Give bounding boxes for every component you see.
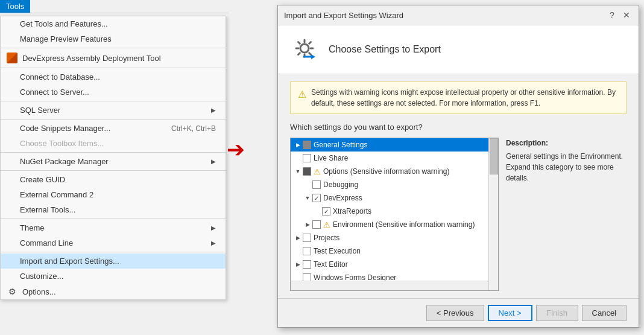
menu-item-customize[interactable]: Customize... xyxy=(1,269,226,284)
submenu-arrow-icon: ▶ xyxy=(211,240,216,246)
checkbox-icon[interactable] xyxy=(312,180,321,189)
menu-divider-7 xyxy=(1,219,226,219)
menu-item-external-command[interactable]: External Command 2 xyxy=(1,187,226,202)
tree-label: Debugging xyxy=(323,180,358,189)
tree-label: Projects xyxy=(314,234,339,242)
expand-icon xyxy=(293,246,303,256)
tree-label: Live Share xyxy=(314,154,348,162)
expand-icon: ▶ xyxy=(293,140,303,150)
dialog-header: Choose Settings to Export xyxy=(278,25,639,74)
dialog-title: Import and Export Settings Wizard xyxy=(284,11,403,20)
menu-item-label: SQL Server xyxy=(20,106,211,115)
warning-box: ⚠ Settings with warning icons might expo… xyxy=(290,81,627,114)
checkbox-icon[interactable] xyxy=(303,247,311,255)
menu-item-label: Connect to Database... xyxy=(20,72,216,81)
menu-item-nuget[interactable]: NuGet Package Manager ▶ xyxy=(1,154,226,169)
tree-vertical-scrollbar[interactable] xyxy=(488,138,498,290)
checkbox-icon[interactable]: ✓ xyxy=(322,207,330,215)
menu-item-get-tools[interactable]: Get Tools and Features... xyxy=(1,16,226,31)
menu-item-create-guid[interactable]: Create GUID xyxy=(1,172,226,187)
warning-small-icon: ⚠ xyxy=(323,220,330,229)
expand-icon xyxy=(293,153,303,163)
tree-horizontal-scrollbar[interactable] xyxy=(291,281,488,290)
menu-item-label: Create GUID xyxy=(20,175,216,184)
expand-icon: ▼ xyxy=(303,193,312,203)
import-export-dialog: Import and Export Settings Wizard ? ✕ Ch… xyxy=(277,5,639,328)
tree-item-devexpress[interactable]: ▼ ✓ DevExpress xyxy=(291,191,488,205)
next-button[interactable]: Next > xyxy=(488,305,532,321)
tree-item-general-settings[interactable]: ▶ General Settings xyxy=(291,138,488,152)
menu-item-devexpress[interactable]: DevExpress Assembly Deployment Tool xyxy=(1,49,226,66)
tree-label: Environment (Sensitive information warni… xyxy=(333,220,475,229)
cancel-button[interactable]: Cancel xyxy=(582,305,627,321)
tree-label: DevExpress xyxy=(323,194,362,202)
expand-icon: ▼ xyxy=(293,167,303,176)
checkbox-icon[interactable] xyxy=(303,260,311,269)
tree-label: XtraReports xyxy=(333,207,371,215)
tree-label: Options (Sensitive information warning) xyxy=(323,167,449,176)
checkbox-icon[interactable] xyxy=(303,154,311,162)
tree-label: Text Editor xyxy=(314,260,348,269)
menu-item-code-snippets[interactable]: Code Snippets Manager... Ctrl+K, Ctrl+B xyxy=(1,121,226,136)
menu-item-label: DevExpress Assembly Deployment Tool xyxy=(22,54,216,63)
menu-item-manage-preview[interactable]: Manage Preview Features xyxy=(1,31,226,46)
close-button[interactable]: ✕ xyxy=(620,9,633,21)
menu-item-connect-db[interactable]: Connect to Database... xyxy=(1,69,226,85)
submenu-arrow-icon: ▶ xyxy=(211,107,216,113)
expand-icon: ▶ xyxy=(293,233,303,243)
menu-item-options[interactable]: ⚙ Options... xyxy=(1,284,226,299)
checkbox-icon[interactable] xyxy=(303,141,311,149)
tree-item-projects[interactable]: ▶ Projects xyxy=(291,231,488,244)
finish-button: Finish xyxy=(536,305,578,321)
tree-item-live-share[interactable]: Live Share xyxy=(291,152,488,165)
menu-item-theme[interactable]: Theme ▶ xyxy=(1,220,226,235)
dialog-footer: < Previous Next > Finish Cancel xyxy=(278,298,639,327)
tree-item-xtrareports[interactable]: ✓ XtraReports xyxy=(291,205,488,218)
dialog-body: ⚠ Settings with warning icons might expo… xyxy=(278,74,639,298)
menubar: Tools xyxy=(0,0,229,13)
description-text: General settings in the Environment. Exp… xyxy=(506,151,627,183)
menu-item-label: External Command 2 xyxy=(20,190,216,199)
menu-item-import-export[interactable]: Import and Export Settings... xyxy=(1,254,226,269)
expand-icon: ▶ xyxy=(293,260,303,269)
checkbox-icon[interactable] xyxy=(303,234,311,242)
tree-item-test-execution[interactable]: Test Execution xyxy=(291,244,488,258)
tree-item-debugging[interactable]: Debugging xyxy=(291,178,488,191)
devexpress-icon xyxy=(5,53,19,63)
tools-menu-title[interactable]: Tools xyxy=(0,0,30,13)
section-label: Which settings do you want to export? xyxy=(290,123,627,132)
tree-item-text-editor[interactable]: ▶ Text Editor xyxy=(291,258,488,271)
svg-marker-2 xyxy=(311,54,315,59)
menu-item-choose-toolbox: Choose Toolbox Items... xyxy=(1,136,226,151)
help-button[interactable]: ? xyxy=(606,9,618,21)
tree-scrollbar-thumb[interactable] xyxy=(490,138,498,174)
menu-item-external-tools[interactable]: External Tools... xyxy=(1,202,226,217)
menu-item-sql-server[interactable]: SQL Server ▶ xyxy=(1,103,226,118)
warning-text: Settings with warning icons might expose… xyxy=(311,87,619,109)
checkbox-icon[interactable] xyxy=(312,220,321,229)
menu-item-label: Choose Toolbox Items... xyxy=(20,139,216,148)
tree-item-environment-sensitive[interactable]: ▶ ⚠ Environment (Sensitive information w… xyxy=(291,218,488,231)
menu-item-label: Theme xyxy=(20,223,211,232)
settings-area: ▶ General Settings Live Share ▼ ⚠ Option… xyxy=(290,138,627,291)
wizard-icon xyxy=(290,35,319,64)
menu-divider-4 xyxy=(1,119,226,120)
menu-divider-1 xyxy=(1,48,226,48)
menu-item-command-line[interactable]: Command Line ▶ xyxy=(1,235,226,250)
warning-small-icon: ⚠ xyxy=(314,167,321,176)
tree-item-options-sensitive[interactable]: ▼ ⚠ Options (Sensitive information warni… xyxy=(291,165,488,178)
previous-button[interactable]: < Previous xyxy=(426,305,484,321)
checkbox-icon[interactable]: ✓ xyxy=(312,194,321,202)
expand-icon xyxy=(312,206,322,216)
tools-dropdown-menu: Get Tools and Features... Manage Preview… xyxy=(0,16,226,300)
description-title: Description: xyxy=(506,138,627,148)
menu-item-label: Manage Preview Features xyxy=(20,34,216,43)
menu-item-label: Customize... xyxy=(20,272,216,281)
checkbox-icon[interactable] xyxy=(303,167,311,176)
svg-point-0 xyxy=(300,44,309,53)
menu-item-label: External Tools... xyxy=(20,205,216,214)
tree-panel[interactable]: ▶ General Settings Live Share ▼ ⚠ Option… xyxy=(290,138,499,291)
gear-icon: ⚙ xyxy=(5,287,19,296)
dialog-header-title: Choose Settings to Export xyxy=(329,44,441,55)
menu-item-connect-server[interactable]: Connect to Server... xyxy=(1,85,226,100)
